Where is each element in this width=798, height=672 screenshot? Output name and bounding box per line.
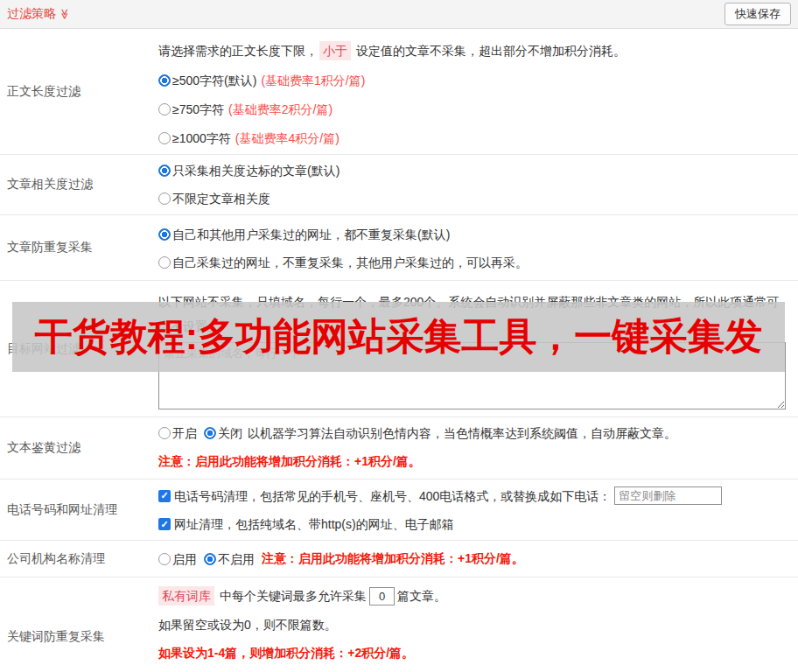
company-clean-note: 注意：启用此功能将增加积分消耗：+1积分/篇。 bbox=[262, 551, 524, 567]
option-note: (基础费率2积分/篇) bbox=[228, 101, 332, 118]
keyword-limit-line: 私有词库 中每个关键词最多允许采集 篇文章。 bbox=[158, 586, 791, 606]
radio-option[interactable]: ≥750字符 (基础费率2积分/篇) bbox=[158, 101, 791, 118]
settings-row-keyword-dedup: 关键词防重复采集 私有词库 中每个关键词最多允许采集 篇文章。 如果留空或设为0… bbox=[0, 578, 798, 672]
porn-filter-description: 以机器学习算法自动识别色情内容，当色情概率达到系统阈值，自动屏蔽文章。 bbox=[248, 424, 676, 442]
topbar: 过滤策略 ≫ 快速保存 bbox=[0, 0, 798, 29]
radio-label: ≥500字符(默认) bbox=[172, 72, 256, 89]
radio-label: 只采集相关度达标的文章(默认) bbox=[172, 162, 340, 179]
row-label: 文本鉴黄过滤 bbox=[0, 417, 158, 479]
radio-option[interactable]: 关闭 bbox=[204, 424, 242, 442]
radio-icon[interactable] bbox=[158, 256, 171, 269]
radio-label: 启用 bbox=[172, 550, 197, 568]
settings-row-relevance: 文章相关度过滤 只采集相关度达标的文章(默认) 不限定文章相关度 bbox=[0, 155, 798, 215]
row-label: 电话号码和网址清理 bbox=[0, 480, 158, 540]
radio-icon[interactable] bbox=[158, 192, 171, 205]
checkbox-checked-icon[interactable]: ✓ bbox=[158, 490, 171, 502]
keyword-limit-unit: 篇文章。 bbox=[397, 587, 446, 605]
row-label: 关键词防重复采集 bbox=[0, 578, 158, 672]
checkbox-option[interactable]: ✓ 网址清理，包括纯域名、带http(s)的网址、电子邮箱 bbox=[158, 515, 791, 533]
radio-option[interactable]: 不启用 bbox=[204, 550, 255, 568]
row-label: 文章防重复采集 bbox=[0, 215, 158, 280]
intro-text: 请选择需求的正文长度下限， bbox=[158, 42, 318, 60]
option-note: (基础费率1积分/篇) bbox=[261, 72, 365, 89]
radio-label: 关闭 bbox=[218, 424, 242, 442]
radio-option[interactable]: 自己和其他用户采集过的网址，都不重复采集(默认) bbox=[158, 226, 791, 243]
radio-icon[interactable] bbox=[158, 103, 171, 116]
row-label: 公司机构名称清理 bbox=[0, 541, 158, 577]
content-length-intro: 请选择需求的正文长度下限， 小于 设定值的文章不采集，超出部分不增加积分消耗。 bbox=[158, 41, 791, 60]
radio-icon[interactable] bbox=[158, 74, 171, 87]
promo-banner-text: 干货教程:多功能网站采集工具，一键采集发 bbox=[35, 312, 762, 362]
settings-row-porn-filter: 文本鉴黄过滤 开启 关闭 以机器学习算法自动识别色情内容，当色情概率达到系统阈值… bbox=[0, 417, 798, 480]
radio-option[interactable]: 只采集相关度达标的文章(默认) bbox=[158, 162, 791, 179]
row-label: 文章相关度过滤 bbox=[0, 155, 158, 214]
radio-label: ≥1000字符 bbox=[172, 130, 231, 147]
radio-icon[interactable] bbox=[204, 427, 216, 439]
intro-text-after: 设定值的文章不采集，超出部分不增加积分消耗。 bbox=[356, 42, 626, 60]
radio-option[interactable]: 自己采集过的网址，不重复采集，其他用户采集过的，可以再采。 bbox=[158, 254, 791, 271]
radio-icon[interactable] bbox=[158, 427, 171, 439]
less-than-tag: 小于 bbox=[319, 41, 351, 60]
radio-icon[interactable] bbox=[158, 132, 171, 144]
promo-banner[interactable]: 干货教程:多功能网站采集工具，一键采集发 bbox=[12, 302, 785, 372]
radio-option[interactable]: 开启 bbox=[158, 424, 197, 442]
radio-option[interactable]: 启用 bbox=[158, 550, 197, 568]
filter-strategy-title[interactable]: 过滤策略 ≫ bbox=[7, 6, 71, 22]
porn-filter-note: 注意：启用此功能将增加积分消耗：+1积分/篇。 bbox=[158, 454, 791, 470]
radio-icon[interactable] bbox=[158, 164, 171, 177]
keyword-note-cost: 如果设为1-4篇，则增加积分消耗：+2积分/篇。 bbox=[158, 644, 791, 662]
radio-label: 自己和其他用户采集过的网址，都不重复采集(默认) bbox=[172, 226, 450, 243]
checkbox-option[interactable]: ✓ 电话号码清理，包括常见的手机号、座机号、400电话格式，或替换成如下电话： bbox=[158, 486, 791, 505]
option-note: (基础费率4积分/篇) bbox=[235, 130, 340, 147]
check-icon: ✓ bbox=[160, 520, 168, 529]
checkbox-label: 网址清理，包括纯域名、带http(s)的网址、电子邮箱 bbox=[174, 515, 454, 533]
keyword-count-input[interactable] bbox=[369, 587, 395, 606]
radio-icon[interactable] bbox=[204, 553, 216, 565]
settings-row-dedup: 文章防重复采集 自己和其他用户采集过的网址，都不重复采集(默认) 自己采集过的网… bbox=[0, 215, 798, 281]
radio-option[interactable]: ≥500字符(默认) (基础费率1积分/篇) bbox=[158, 72, 791, 89]
row-label: 正文长度过滤 bbox=[0, 29, 158, 154]
checkbox-label: 电话号码清理，包括常见的手机号、座机号、400电话格式，或替换成如下电话： bbox=[174, 487, 611, 505]
radio-label: 不启用 bbox=[218, 550, 255, 568]
quick-save-button[interactable]: 快速保存 bbox=[724, 3, 791, 25]
check-icon: ✓ bbox=[160, 491, 168, 500]
checkbox-checked-icon[interactable]: ✓ bbox=[158, 518, 171, 530]
keyword-note-empty: 如果留空或设为0，则不限篇数。 bbox=[158, 616, 791, 634]
keyword-limit-text: 中每个关键词最多允许采集 bbox=[220, 587, 367, 605]
radio-label: 开启 bbox=[172, 424, 197, 442]
radio-icon[interactable] bbox=[158, 553, 171, 565]
settings-row-phone-url-clean: 电话号码和网址清理 ✓ 电话号码清理，包括常见的手机号、座机号、400电话格式，… bbox=[0, 480, 798, 541]
settings-row-content-length: 正文长度过滤 请选择需求的正文长度下限， 小于 设定值的文章不采集，超出部分不增… bbox=[0, 29, 798, 155]
radio-label: ≥750字符 bbox=[172, 101, 224, 118]
phone-replace-input[interactable] bbox=[614, 486, 722, 505]
settings-row-company-clean: 公司机构名称清理 启用 不启用 注意：启用此功能将增加积分消耗：+1积分/篇。 bbox=[0, 541, 798, 578]
radio-option[interactable]: 不限定文章相关度 bbox=[158, 190, 791, 207]
page-title: 过滤策略 bbox=[7, 6, 56, 22]
chevron-double-down-icon: ≫ bbox=[60, 9, 70, 20]
radio-label: 自己采集过的网址，不重复采集，其他用户采集过的，可以再采。 bbox=[172, 254, 528, 271]
radio-label: 不限定文章相关度 bbox=[172, 190, 270, 207]
private-thesaurus-tag[interactable]: 私有词库 bbox=[158, 586, 214, 606]
radio-option[interactable]: ≥1000字符 (基础费率4积分/篇) bbox=[158, 130, 791, 147]
radio-icon[interactable] bbox=[158, 228, 171, 241]
